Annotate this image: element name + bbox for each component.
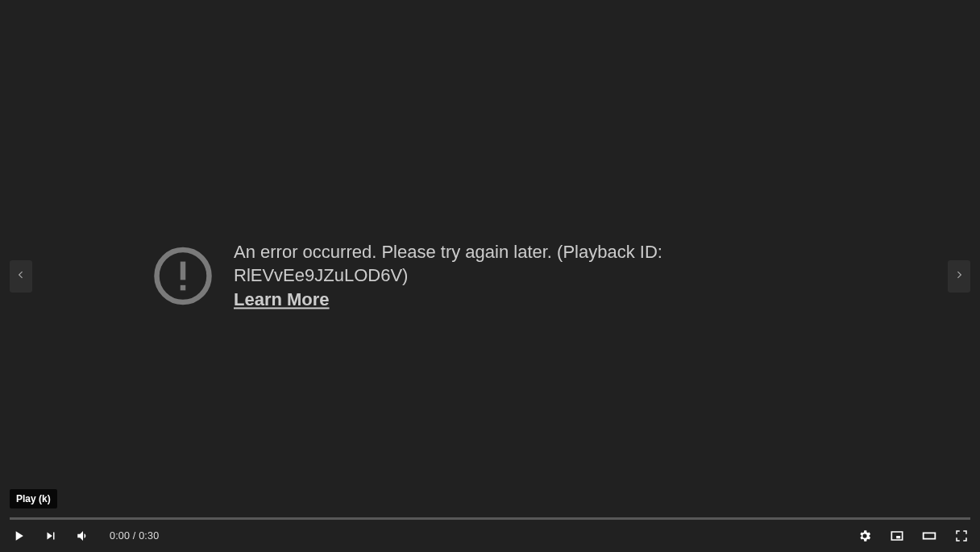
controls-left: 0:00 / 0:30 — [10, 527, 159, 545]
svg-rect-1 — [181, 262, 186, 280]
fullscreen-icon — [954, 529, 969, 543]
settings-button[interactable] — [856, 527, 874, 545]
gear-icon — [858, 529, 872, 543]
next-video-button[interactable] — [948, 260, 970, 293]
current-time: 0:00 — [110, 530, 130, 542]
theater-icon — [920, 527, 938, 545]
alert-circle-icon — [152, 245, 214, 308]
playback-error: An error occurred. Please try again late… — [152, 240, 828, 312]
svg-rect-2 — [181, 285, 186, 291]
play-tooltip: Play (k) — [10, 489, 57, 508]
controls-right — [856, 527, 970, 545]
duration: 0:30 — [139, 530, 159, 542]
play-icon — [10, 528, 27, 544]
play-button[interactable] — [10, 527, 27, 545]
previous-video-button[interactable] — [10, 260, 32, 293]
error-text-block: An error occurred. Please try again late… — [234, 240, 828, 312]
miniplayer-icon — [889, 528, 905, 544]
time-display: 0:00 / 0:30 — [110, 530, 159, 542]
miniplayer-button[interactable] — [888, 527, 906, 545]
next-button[interactable] — [42, 527, 60, 545]
chevron-right-icon — [953, 269, 965, 284]
error-message: An error occurred. Please try again late… — [234, 242, 662, 286]
volume-icon — [76, 529, 90, 543]
next-icon — [44, 529, 58, 543]
learn-more-link[interactable]: Learn More — [234, 289, 330, 309]
fullscreen-button[interactable] — [953, 527, 970, 545]
mute-button[interactable] — [74, 527, 92, 545]
time-separator: / — [130, 530, 139, 542]
player-controls: 0:00 / 0:30 — [0, 520, 980, 552]
theater-mode-button[interactable] — [920, 527, 938, 545]
chevron-left-icon — [15, 269, 27, 284]
